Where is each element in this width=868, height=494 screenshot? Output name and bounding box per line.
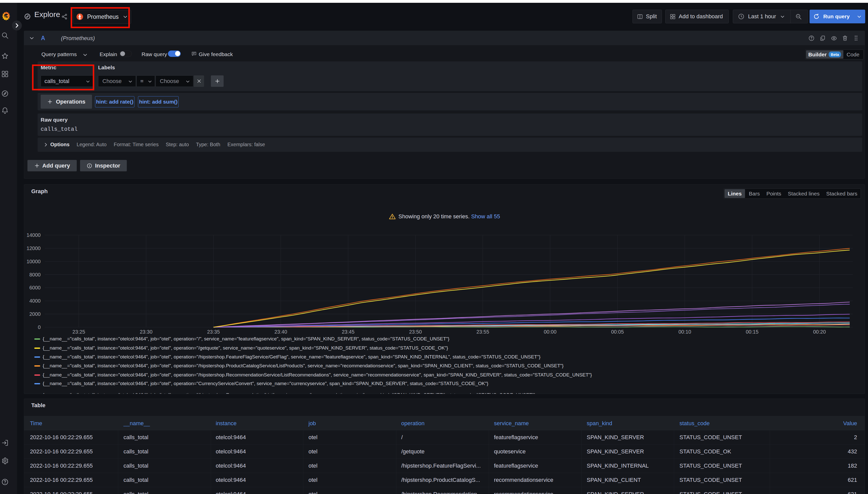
svg-text:6000: 6000 [30, 285, 41, 290]
svg-text:23:50: 23:50 [409, 329, 422, 335]
svg-text:23:40: 23:40 [274, 329, 287, 335]
svg-text:23:35: 23:35 [207, 329, 220, 335]
svg-text:23:30: 23:30 [140, 329, 152, 335]
svg-text:00:20: 00:20 [813, 329, 826, 335]
svg-text:23:45: 23:45 [342, 329, 355, 335]
svg-text:10000: 10000 [26, 259, 41, 264]
svg-text:0: 0 [38, 324, 41, 330]
svg-text:00:15: 00:15 [746, 329, 759, 335]
svg-text:4000: 4000 [30, 298, 41, 304]
svg-text:00:10: 00:10 [679, 329, 691, 335]
svg-text:23:25: 23:25 [72, 329, 85, 335]
svg-text:23:55: 23:55 [476, 329, 489, 335]
svg-text:14000: 14000 [26, 232, 41, 238]
svg-text:2000: 2000 [30, 311, 41, 317]
svg-text:00:05: 00:05 [611, 329, 624, 335]
svg-text:8000: 8000 [30, 272, 41, 278]
svg-text:00:00: 00:00 [544, 329, 557, 335]
svg-text:12000: 12000 [26, 246, 41, 251]
